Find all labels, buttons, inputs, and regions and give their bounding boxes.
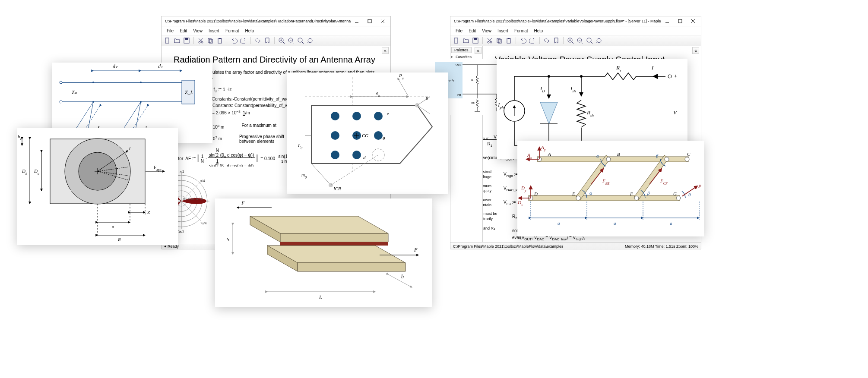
maximize-button[interactable]	[674, 17, 686, 25]
paste-icon[interactable]	[505, 37, 512, 44]
force-label: Fapp	[154, 164, 162, 172]
pt-label: D	[534, 191, 538, 196]
svg-line-16	[283, 42, 285, 44]
collapse-chevron-icon[interactable]: «	[475, 47, 482, 54]
dim-label: a	[558, 220, 560, 226]
dim-label: Do	[34, 168, 39, 176]
comp-label: Rs	[616, 64, 621, 72]
comp-label: Rsh	[586, 109, 594, 117]
zoom-in-icon[interactable]	[278, 37, 285, 44]
svg-point-125	[374, 112, 383, 120]
undo-icon[interactable]	[231, 37, 238, 44]
math-label: Progressive phase shift between elements	[239, 134, 291, 144]
menu-view[interactable]: View	[479, 28, 494, 34]
force-label: Ax	[527, 152, 532, 160]
diagram-disc-brake: r Fapp Dh Do be Z a R	[17, 128, 178, 245]
menu-format[interactable]: Format	[223, 28, 242, 34]
impedance-label: Z₀	[72, 89, 77, 95]
redo-icon[interactable]	[529, 37, 536, 44]
paste-icon[interactable]	[216, 37, 223, 44]
collapse-chevron-icon[interactable]: «	[382, 47, 389, 54]
svg-line-34	[488, 38, 492, 41]
save-icon[interactable]	[472, 37, 479, 44]
minimize-button[interactable]	[661, 17, 673, 25]
force-label: Ay	[541, 145, 546, 152]
open-doc-icon[interactable]	[174, 37, 181, 44]
row-label: Solve for R₁ and R₃	[483, 226, 500, 242]
angle-label: α	[596, 153, 599, 158]
svg-rect-165	[529, 195, 680, 201]
menu-format[interactable]: Format	[512, 28, 531, 34]
close-button[interactable]	[687, 17, 699, 25]
new-doc-icon[interactable]	[164, 37, 171, 44]
menu-edit[interactable]: Edit	[466, 28, 478, 34]
svg-point-8	[201, 41, 203, 43]
menu-view[interactable]: View	[190, 28, 205, 34]
menu-file[interactable]: File	[164, 28, 176, 34]
undo-icon[interactable]	[520, 37, 526, 44]
menu-help[interactable]: Help	[532, 28, 546, 34]
menu-insert[interactable]: Insert	[206, 28, 222, 34]
svg-point-169	[606, 157, 611, 161]
force-label: P	[698, 183, 701, 189]
copy-icon[interactable]	[496, 37, 503, 44]
pt-label: e	[387, 111, 389, 116]
pt-label: B	[617, 151, 620, 157]
copy-icon[interactable]	[207, 37, 214, 44]
new-doc-icon[interactable]	[453, 37, 460, 44]
menu-help[interactable]: Help	[243, 28, 257, 34]
titlebar: C:\Program Files\Maple 2021\toolbox\Mapl…	[450, 16, 701, 26]
dim-label: R	[117, 237, 121, 242]
current-label: Iph	[497, 101, 504, 110]
svg-rect-38	[508, 38, 510, 39]
svg-line-47	[591, 42, 592, 44]
svg-point-124	[352, 112, 361, 120]
cut-icon[interactable]	[486, 37, 493, 44]
svg-point-68	[60, 81, 62, 84]
svg-point-171	[685, 157, 689, 161]
dim-label: a	[670, 220, 672, 226]
svg-line-138	[311, 164, 331, 185]
maximize-button[interactable]	[364, 17, 376, 25]
palettes-tab[interactable]: Palettes	[451, 47, 472, 53]
bookmark-icon[interactable]	[264, 37, 271, 44]
open-doc-icon[interactable]	[463, 37, 469, 44]
menubar: File Edit View Insert Format Help	[162, 26, 390, 35]
menu-edit[interactable]: Edit	[177, 28, 190, 34]
block-label: FB	[457, 93, 461, 97]
toolbar	[450, 35, 701, 46]
svg-rect-14	[219, 38, 221, 39]
zoom-out-icon[interactable]	[577, 37, 583, 44]
svg-point-160	[548, 75, 550, 78]
zoom-in-icon[interactable]	[567, 37, 574, 44]
impedance-label: Z_L	[185, 89, 193, 95]
svg-point-129	[331, 151, 339, 159]
dim-label: b	[401, 274, 404, 280]
row-label: One resistor must be selected arbitraril…	[483, 211, 500, 223]
cut-icon[interactable]	[197, 37, 204, 44]
menu-insert[interactable]: Insert	[495, 28, 511, 34]
link-icon[interactable]	[543, 37, 550, 44]
save-icon[interactable]	[183, 37, 190, 44]
zoom-out-icon[interactable]	[288, 37, 295, 44]
bookmark-icon[interactable]	[553, 37, 560, 44]
link-icon[interactable]	[254, 37, 261, 44]
refresh-icon[interactable]	[307, 37, 314, 44]
close-button[interactable]	[377, 17, 389, 25]
zoom-reset-icon[interactable]	[297, 37, 304, 44]
svg-line-33	[488, 38, 491, 41]
svg-point-31	[488, 41, 489, 43]
force-label: FCF	[660, 178, 668, 186]
zoom-reset-icon[interactable]	[586, 37, 593, 44]
minimize-button[interactable]	[351, 17, 363, 25]
row-label: e that power aintain	[483, 198, 491, 208]
svg-point-123	[331, 112, 339, 120]
svg-text:R₂: R₂	[471, 101, 475, 104]
menu-file[interactable]: File	[453, 28, 465, 34]
refresh-icon[interactable]	[596, 37, 602, 44]
pt-label: d	[363, 155, 366, 160]
svg-rect-6	[185, 38, 188, 40]
collapse-chevron-icon[interactable]: «	[692, 47, 699, 54]
redo-icon[interactable]	[240, 37, 247, 44]
svg-line-23	[302, 42, 304, 44]
